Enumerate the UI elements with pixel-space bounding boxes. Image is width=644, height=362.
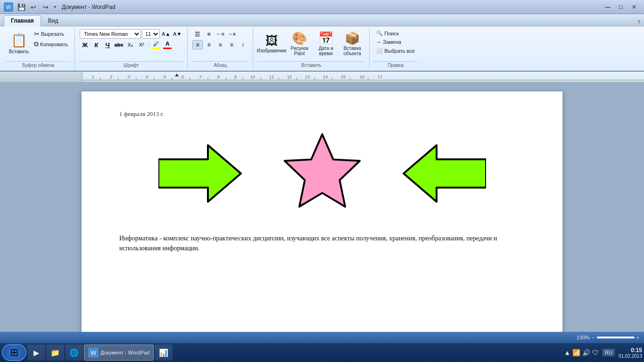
language-badge[interactable]: RU — [603, 349, 615, 356]
font-label: Шрифт — [79, 61, 183, 69]
numbering-btn[interactable]: ≡ — [204, 29, 214, 39]
close-btn[interactable]: ✕ — [628, 2, 640, 12]
superscript-btn[interactable]: X² — [136, 40, 147, 49]
redo-btn[interactable]: ↪ — [41, 2, 51, 12]
replace-icon: ↔ — [376, 39, 381, 45]
media-player-icon: ▶ — [31, 347, 41, 358]
font-size-select[interactable]: 11 — [142, 29, 160, 39]
clipboard-content: 📋 Вставить ✂ Вырезать ⧉ Копировать — [6, 28, 71, 61]
insert-paint-btn[interactable]: 🎨 РисунокPaint — [287, 29, 312, 58]
italic-btn[interactable]: К — [91, 40, 101, 49]
tray-network-icon: 📶 — [572, 349, 580, 356]
explorer-icon: 📁 — [50, 347, 60, 358]
insert-image-btn[interactable]: 🖼 Изображение — [258, 29, 285, 58]
highlight-btn[interactable]: 🖊 — [151, 40, 161, 49]
select-all-btn[interactable]: ⬜ Выбрать все — [374, 47, 417, 55]
svg-text:16: 16 — [360, 74, 364, 79]
titlebar-left: W 💾 ↩ ↪ ▼ Документ - WordPad — [4, 2, 116, 12]
svg-text:12: 12 — [287, 74, 292, 79]
select-all-icon: ⬜ — [376, 48, 383, 54]
tab-home[interactable]: Главная — [4, 15, 41, 26]
svg-text:3: 3 — [128, 74, 130, 79]
clipboard-col: ✂ Вырезать ⧉ Копировать — [32, 29, 70, 49]
taskbar-wordpad-label: Документ - WordPad — [100, 350, 149, 355]
bullets-btn[interactable]: ☰ — [192, 29, 203, 39]
zoom-slider[interactable] — [597, 337, 635, 338]
font-name-row: Times New Roman 11 A▲ A▼ — [80, 29, 182, 39]
help-icon[interactable]: ? — [637, 19, 640, 25]
insert-datetime-btn[interactable]: 📅 Дата ивремя — [314, 29, 338, 58]
document-area[interactable]: 1 февраля 2013 г. Информати — [0, 82, 644, 332]
edit-content: 🔍 Поиск ↔ Замена ⬜ Выбрать все — [373, 28, 418, 61]
find-btn[interactable]: 🔍 Поиск — [374, 29, 400, 37]
font-color-bar — [163, 48, 172, 49]
ribbon-group-edit: 🔍 Поиск ↔ Замена ⬜ Выбрать все Правка — [370, 27, 421, 70]
font-name-select[interactable]: Times New Roman — [80, 29, 141, 39]
increase-indent-btn[interactable]: →≡ — [226, 29, 237, 39]
align-row: ≡ ≡ ≡ ≡ ↕ — [192, 40, 248, 49]
app-icon: W — [4, 2, 13, 12]
paste-button[interactable]: 📋 Вставить — [7, 29, 31, 58]
document-body: Информатика - комплекс научно-практическ… — [119, 233, 525, 253]
svg-text:5: 5 — [164, 74, 166, 79]
insert-object-btn[interactable]: 📦 Вставкаобъекта — [340, 29, 364, 58]
quickaccess-dropdown[interactable]: ▼ — [53, 5, 57, 9]
sep1 — [149, 42, 149, 48]
font-color-btn[interactable]: A — [162, 40, 173, 49]
svg-text:1: 1 — [92, 74, 94, 79]
copy-icon: ⧉ — [34, 40, 39, 48]
ribbon-group-insert: 🖼 Изображение 🎨 РисунокPaint 📅 Дата ивре… — [253, 27, 370, 70]
maximize-btn[interactable]: □ — [615, 2, 627, 12]
svg-marker-51 — [404, 145, 486, 202]
svg-text:11: 11 — [269, 74, 274, 79]
ribbon-group-font: Times New Roman 11 A▲ A▼ Ж К Ч abc X₂ X²… — [75, 27, 188, 70]
zoom-in-icon[interactable]: + — [636, 335, 639, 340]
insert-label: Вставить — [257, 61, 365, 69]
decrease-indent-btn[interactable]: ←≡ — [215, 29, 225, 39]
svg-text:14: 14 — [323, 74, 328, 79]
svg-marker-48 — [175, 74, 179, 76]
svg-text:13: 13 — [305, 74, 310, 79]
underline-btn[interactable]: Ч — [102, 40, 113, 49]
tab-view[interactable]: Вид — [41, 15, 66, 26]
highlight-color-bar — [152, 48, 160, 49]
align-justify-btn[interactable]: ≡ — [226, 40, 237, 49]
line-spacing-btn[interactable]: ↕ — [238, 40, 248, 49]
find-icon: 🔍 — [376, 30, 383, 36]
clock-date: 01.02.2013 — [619, 354, 642, 359]
list-row: ☰ ≡ ←≡ →≡ — [192, 29, 237, 39]
taskbar-presentation[interactable]: 📊 — [155, 345, 173, 361]
align-left-btn[interactable]: ≡ — [192, 40, 203, 49]
undo-btn[interactable]: ↩ — [28, 2, 39, 12]
taskbar-media-player[interactable]: ▶ — [27, 345, 45, 361]
increase-font-btn[interactable]: A▲ — [161, 29, 171, 39]
ribbon-group-paragraph: ☰ ≡ ←≡ →≡ ≡ ≡ ≡ ≡ ↕ Абзац — [188, 27, 253, 70]
paragraph-label: Абзац — [191, 61, 249, 69]
align-center-btn[interactable]: ≡ — [204, 40, 214, 49]
zoom-level: 130% — [577, 335, 590, 340]
zoom-out-icon[interactable]: − — [592, 335, 594, 340]
svg-text:2: 2 — [110, 74, 112, 79]
minimize-btn[interactable]: — — [602, 2, 614, 12]
copy-button[interactable]: ⧉ Копировать — [32, 39, 70, 49]
strikethrough-btn[interactable]: abc — [114, 40, 124, 49]
ruler-marks: 1 2 3 4 5 6 7 8 9 — [83, 72, 644, 82]
start-button[interactable]: ⊞ — [2, 344, 26, 361]
datetime-icon: 📅 — [318, 31, 333, 46]
cut-button[interactable]: ✂ Вырезать — [32, 29, 70, 39]
taskbar-wordpad[interactable]: W Документ - WordPad — [84, 345, 154, 361]
zoom-controls: 130% − + — [577, 335, 639, 340]
bold-btn[interactable]: Ж — [80, 40, 90, 49]
save-quick-btn[interactable]: 💾 — [16, 2, 26, 12]
taskbar-browser[interactable]: 🌐 — [65, 345, 83, 361]
ruler-margin-left — [0, 72, 83, 82]
tray-arrow-icon[interactable]: ▲ — [564, 349, 570, 356]
replace-btn[interactable]: ↔ Замена — [374, 38, 403, 46]
system-clock: 0:15 01.02.2013 — [619, 347, 642, 359]
align-right-btn[interactable]: ≡ — [215, 40, 225, 49]
decrease-font-btn[interactable]: A▼ — [172, 29, 182, 39]
subscript-btn[interactable]: X₂ — [125, 40, 135, 49]
taskbar-explorer[interactable]: 📁 — [46, 345, 64, 361]
star-shape — [281, 132, 363, 214]
document-date: 1 февраля 2013 г. — [119, 110, 525, 118]
